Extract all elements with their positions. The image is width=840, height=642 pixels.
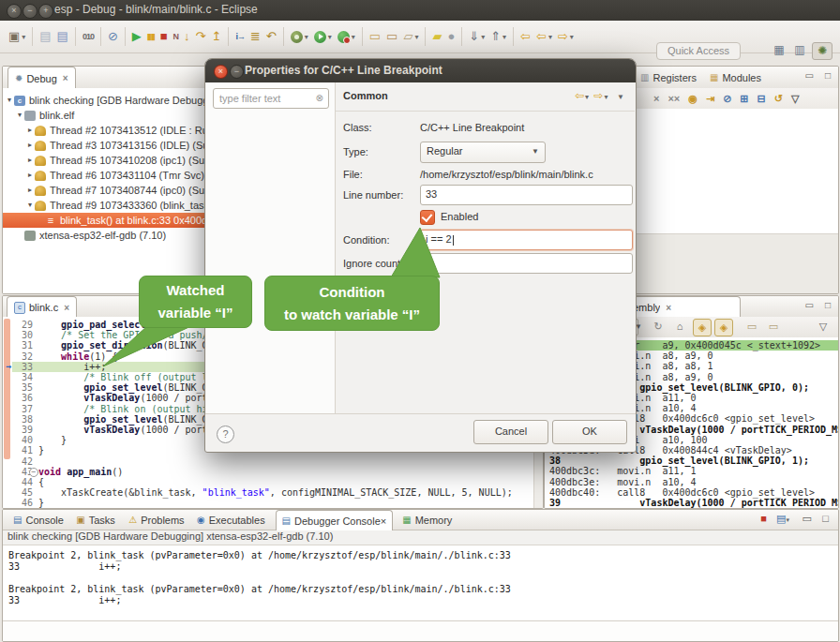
terminate-icon[interactable]: ■ (158, 25, 171, 48)
resume-icon[interactable]: ▶ (129, 25, 144, 48)
chevron-down-icon[interactable]: ▾ (328, 33, 332, 41)
skip-breakpoints-icon[interactable]: ⊘ (105, 25, 121, 48)
tab-blink-c[interactable]: c blink.c × (7, 296, 77, 318)
link-with-debug-icon[interactable]: ↺ (774, 93, 783, 105)
twisty-icon[interactable]: ▸ (25, 168, 35, 183)
new-untitled-icon[interactable]: ▱▾ (400, 25, 421, 48)
open-perspective-icon[interactable]: ▦ (771, 42, 788, 58)
debug-tree-item[interactable]: ▸Thread #2 1073413512 (IDLE : Running) (3, 123, 215, 138)
highlighter-icon[interactable]: ▰ (429, 25, 444, 48)
debug-tree-item[interactable]: xtensa-esp32-elf-gdb (7.10) (3, 228, 215, 243)
debug-tree-item[interactable]: ▾cblink checking [GDB Hardware Debugging… (3, 93, 215, 108)
chevron-down-icon[interactable]: ▾ (548, 33, 552, 41)
tab-debugger-console[interactable]: ▤Debugger Console× (276, 510, 394, 530)
collapse-all-icon[interactable]: ⊟ (758, 93, 766, 105)
step-over-icon[interactable]: ↷ (193, 25, 209, 48)
view-menu-icon[interactable]: ▽ (815, 319, 832, 335)
run-icon[interactable]: ▾ (311, 25, 335, 48)
step-into-icon[interactable]: ↓ (181, 25, 193, 48)
forward-icon[interactable]: ⇨▾ (555, 25, 577, 48)
pin-view-icon[interactable]: ▭ (765, 319, 782, 335)
suspend-icon[interactable]: ▮▮ (144, 25, 158, 48)
clear-filter-icon[interactable]: ⊗ (316, 89, 323, 108)
chevron-down-icon[interactable]: ▾ (481, 33, 485, 41)
new-wizard-icon[interactable]: ▣▾ (6, 25, 28, 48)
close-icon[interactable]: × (64, 303, 69, 313)
maximize-icon[interactable]: □ (822, 513, 829, 524)
display-console-icon[interactable]: ▤▾ (776, 513, 789, 525)
debug-tree-item[interactable]: ▸Thread #5 1073410208 (ipc1) (Suspended) (3, 153, 215, 168)
fold-collapse-icon[interactable]: − (29, 468, 38, 477)
help-button[interactable]: ? (217, 426, 234, 443)
ok-button[interactable]: OK (552, 420, 627, 444)
save-all-icon[interactable]: ▤ (54, 25, 71, 48)
chevron-down-icon[interactable]: ▾ (502, 33, 506, 41)
binary-file-icon[interactable]: 010 (80, 25, 97, 48)
dialog-close-button[interactable]: × (214, 65, 228, 79)
window-minimize-button[interactable]: − (22, 4, 38, 19)
cancel-button[interactable]: Cancel (473, 420, 548, 444)
chevron-down-icon[interactable]: ▾ (570, 33, 574, 41)
show-breakpoints-for-selected-icon[interactable]: ◉ (688, 93, 698, 105)
history-nav-icons[interactable]: ⇦▾ ⇨▾ ▼ (575, 89, 625, 102)
twisty-icon[interactable]: ▾ (15, 108, 24, 123)
open-resource-icon[interactable]: ▭ (383, 25, 400, 48)
line-number-input[interactable]: 33 (420, 185, 633, 205)
remove-breakpoint-icon[interactable]: × (653, 93, 659, 104)
chevron-down-icon[interactable]: ▾ (22, 33, 25, 41)
track-expression-icon[interactable]: ◈ (714, 319, 733, 336)
expand-all-icon[interactable]: ⊞ (740, 93, 748, 105)
instruction-stepping-icon[interactable]: i→ (232, 25, 248, 48)
refresh-icon[interactable]: ↻ (650, 319, 667, 335)
minimize-icon[interactable]: ▭ (802, 513, 812, 525)
close-icon[interactable]: × (63, 73, 68, 83)
tab-registers[interactable]: ▥Registers (640, 72, 697, 83)
home-icon[interactable]: ⌂ (671, 319, 688, 335)
debug-tree-item[interactable]: ▾blink.elf (3, 108, 215, 123)
profile-icon[interactable]: ▾ (335, 25, 358, 48)
drop-to-frame-icon[interactable]: ↶ (263, 25, 279, 48)
enabled-checkbox[interactable] (420, 210, 435, 225)
debug-perspective-icon[interactable]: ✺ (812, 42, 832, 60)
window-close-button[interactable]: × (7, 4, 22, 19)
remove-all-breakpoints-icon[interactable]: ×× (668, 93, 680, 104)
console-output[interactable]: Breakpoint 2, blink_task (pvParameter=0x… (3, 545, 838, 621)
show-execution-icon[interactable]: ≣ (248, 25, 263, 48)
save-icon[interactable]: ▤ (37, 25, 53, 48)
twisty-icon[interactable]: ▸ (25, 153, 35, 168)
twisty-icon[interactable]: ▸ (25, 138, 35, 153)
prev-annotation-icon[interactable]: ⇑▾ (488, 25, 509, 48)
minimize-icon[interactable]: ▭ (805, 70, 814, 81)
debug-icon[interactable]: ▾ (288, 25, 311, 48)
terminate-console-icon[interactable]: ■ (760, 513, 767, 524)
show-source-icon[interactable]: ◈ (693, 319, 712, 336)
step-return-icon[interactable]: ↥ (209, 25, 225, 48)
chevron-down-icon[interactable]: ▾ (305, 33, 308, 41)
next-annotation-icon[interactable]: ⇓▾ (466, 25, 488, 48)
dialog-minimize-button[interactable]: − (230, 65, 244, 79)
twisty-icon[interactable]: ▸ (25, 183, 35, 198)
tab-problems[interactable]: ⚠Problems (123, 510, 189, 530)
window-maximize-button[interactable]: + (38, 4, 53, 19)
maximize-icon[interactable]: □ (825, 70, 831, 81)
go-to-file-icon[interactable]: ⇥ (706, 93, 714, 105)
tab-console[interactable]: ▤Console (8, 510, 69, 530)
back-icon[interactable]: ⇦▾ (533, 25, 555, 48)
twisty-icon[interactable]: ▾ (5, 93, 14, 108)
chevron-down-icon[interactable]: ▾ (414, 33, 418, 41)
open-folder-icon[interactable]: ▭ (367, 25, 383, 48)
maximize-icon[interactable]: □ (825, 300, 831, 310)
skip-all-breakpoints-icon[interactable]: ⊘ (723, 93, 731, 105)
quick-access-button[interactable]: Quick Access (656, 42, 741, 60)
debug-tree-item[interactable]: ▸Thread #6 1073431104 (Tmr Svc) (Suspend… (3, 168, 215, 183)
debug-tree-item[interactable]: ▸Thread #7 1073408744 (ipc0) (Suspended) (3, 183, 215, 198)
tab-executables[interactable]: ◉Executables (191, 510, 271, 530)
minimize-icon[interactable]: ▭ (805, 300, 814, 310)
debug-tree-item[interactable]: ▸Thread #3 1073413156 (IDLE) (Suspended) (3, 138, 215, 153)
ignore-count-input[interactable]: 0 (420, 253, 633, 274)
filter-input[interactable]: type filter text⊗ (213, 88, 329, 109)
close-icon[interactable]: × (381, 515, 386, 527)
tab-debug[interactable]: ✹ Debug × (8, 67, 76, 89)
twisty-icon[interactable]: ▾ (25, 198, 35, 213)
cpp-perspective-icon[interactable]: ▥ (791, 42, 808, 58)
